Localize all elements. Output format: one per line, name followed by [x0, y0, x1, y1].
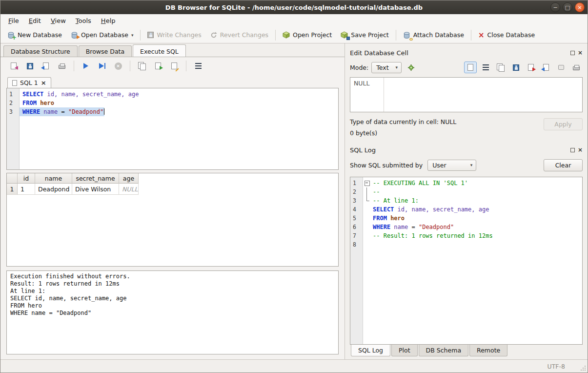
- execute-line-button[interactable]: [96, 60, 108, 72]
- editor-line[interactable]: 1SELECT id, name, secret_name, age: [7, 90, 338, 99]
- window-close-icon[interactable]: ×: [575, 2, 585, 12]
- text-view-button[interactable]: [464, 62, 477, 73]
- fold-column: [363, 231, 371, 240]
- menu-help[interactable]: Help: [96, 15, 121, 26]
- menu-view[interactable]: View: [46, 15, 71, 26]
- resize-grip-icon[interactable]: [580, 365, 586, 371]
- apply-format-button[interactable]: [405, 62, 417, 73]
- chevron-down-icon[interactable]: ▾: [131, 33, 134, 38]
- tab-browse-data[interactable]: Browse Data: [79, 45, 132, 57]
- code-segment: -- At line 1:: [373, 197, 419, 204]
- tab-database-structure[interactable]: Database Structure: [3, 45, 78, 57]
- menu-tools[interactable]: Tools: [71, 15, 96, 26]
- log-line: 8: [350, 240, 582, 249]
- close-panel-icon[interactable]: ×: [578, 147, 583, 152]
- button-label: Open Project: [293, 31, 332, 39]
- save-results-button[interactable]: [40, 60, 52, 72]
- code-segment: --: [373, 188, 380, 195]
- sql-log-header: SQL Log ×: [350, 145, 583, 155]
- column-header[interactable]: id: [18, 173, 35, 184]
- execute-sql-pane: SQL 1 × 1SELECT id, name, secret_name, a…: [0, 57, 345, 359]
- close-panel-icon[interactable]: ×: [578, 50, 583, 55]
- code-segment: hero: [390, 215, 405, 222]
- tab-execute-sql[interactable]: Execute SQL: [133, 44, 186, 57]
- chevron-down-icon: ▾: [470, 163, 473, 167]
- cell-value: NULL: [354, 80, 369, 87]
- menu-edit[interactable]: Edit: [24, 15, 46, 26]
- attach-database-button[interactable]: Attach Database: [399, 29, 468, 41]
- word-wrap-button[interactable]: [479, 62, 492, 73]
- code-segment: WHERE: [22, 108, 40, 115]
- table-cell[interactable]: 1: [18, 184, 35, 195]
- save-sql-file-button[interactable]: [23, 60, 36, 72]
- code-segment: FROM: [22, 100, 37, 106]
- sql-tab-close-icon[interactable]: ×: [41, 80, 46, 86]
- button-label: Save Project: [351, 31, 388, 39]
- execute-all-button[interactable]: [80, 60, 92, 72]
- close-database-icon: ×: [478, 32, 485, 39]
- open-sql-file-button[interactable]: [7, 60, 20, 72]
- tab-db-schema[interactable]: DB Schema: [419, 345, 468, 356]
- find-replace-button[interactable]: [168, 60, 181, 72]
- code-segment: WHERE: [373, 224, 390, 230]
- export-cell-button[interactable]: [525, 62, 537, 73]
- import-cell-button[interactable]: [540, 62, 552, 73]
- results-table[interactable]: idnamesecret_nameage11DeadpondDive Wilso…: [6, 173, 339, 267]
- toolbar-separator: [186, 61, 186, 71]
- bottom-tab-bar: SQL Log Plot DB Schema Remote: [350, 345, 583, 359]
- sql-editor-toolbar: [6, 57, 339, 75]
- undock-panel-icon[interactable]: [570, 148, 575, 152]
- editor-line[interactable]: 2FROM hero: [7, 99, 338, 107]
- toolbar-separator: [396, 30, 396, 41]
- line-number: 4: [350, 205, 363, 214]
- fold-column: [363, 223, 371, 231]
- sql-editor-lines: 1SELECT id, name, secret_name, age2FROM …: [7, 88, 338, 116]
- execution-message-text: Execution finished without errors. Resul…: [10, 273, 335, 317]
- column-header[interactable]: name: [35, 173, 72, 184]
- new-database-button[interactable]: + New Database: [3, 29, 66, 41]
- line-number: 3: [350, 196, 363, 205]
- mode-label: Mode:: [350, 64, 368, 71]
- mode-value: Text: [376, 64, 388, 71]
- table-cell[interactable]: NULL: [119, 184, 139, 195]
- window-controls: − □ ×: [550, 2, 585, 12]
- set-null-button[interactable]: [555, 62, 568, 73]
- new-tab-button[interactable]: [136, 60, 148, 72]
- close-database-button[interactable]: × Close Database: [474, 29, 539, 41]
- editor-line[interactable]: 3WHERE name = "Deadpond": [7, 107, 338, 116]
- save-cell-button[interactable]: [509, 62, 522, 73]
- sql-tab[interactable]: SQL 1 ×: [7, 77, 51, 88]
- line-number: 1: [350, 179, 363, 187]
- table-cell[interactable]: Dive Wilson: [72, 184, 119, 195]
- fold-toggle-icon[interactable]: [363, 179, 371, 187]
- code-segment: -- EXECUTING ALL IN 'SQL 1': [373, 180, 468, 186]
- encoding-indicator[interactable]: UTF-8: [547, 363, 565, 370]
- column-header[interactable]: secret_name: [72, 173, 119, 184]
- open-database-button[interactable]: Open Database ▾: [67, 29, 138, 41]
- save-project-button[interactable]: Save Project: [337, 29, 392, 41]
- sql-log-view[interactable]: 1-- EXECUTING ALL IN 'SQL 1'2--3-- At li…: [350, 177, 583, 345]
- print-button[interactable]: [56, 60, 68, 72]
- button-label: Close Database: [487, 31, 535, 39]
- format-sql-button[interactable]: [192, 60, 204, 72]
- tab-remote[interactable]: Remote: [469, 345, 507, 356]
- menu-file[interactable]: File: [3, 15, 24, 26]
- table-cell[interactable]: Deadpond: [35, 184, 72, 195]
- tab-plot[interactable]: Plot: [391, 345, 418, 356]
- column-header[interactable]: age: [119, 173, 139, 184]
- undock-panel-icon[interactable]: [570, 51, 575, 55]
- window-minimize-icon[interactable]: −: [550, 2, 560, 12]
- cell-editor-area[interactable]: NULL: [350, 77, 583, 112]
- open-project-button[interactable]: Open Project: [279, 29, 336, 41]
- print-cell-button[interactable]: [570, 62, 583, 73]
- log-filter-select[interactable]: User ▾: [427, 160, 476, 171]
- window-maximize-icon[interactable]: □: [563, 2, 572, 12]
- tab-sql-log[interactable]: SQL Log: [351, 344, 390, 356]
- mode-select[interactable]: Text ▾: [371, 62, 402, 73]
- clear-log-button[interactable]: Clear: [544, 159, 583, 171]
- row-number[interactable]: 1: [7, 184, 18, 195]
- sql-editor[interactable]: 1SELECT id, name, secret_name, age2FROM …: [6, 88, 339, 170]
- open-tab-button[interactable]: [152, 60, 164, 72]
- copy-button[interactable]: [494, 62, 507, 73]
- results-corner-cell: [7, 173, 18, 184]
